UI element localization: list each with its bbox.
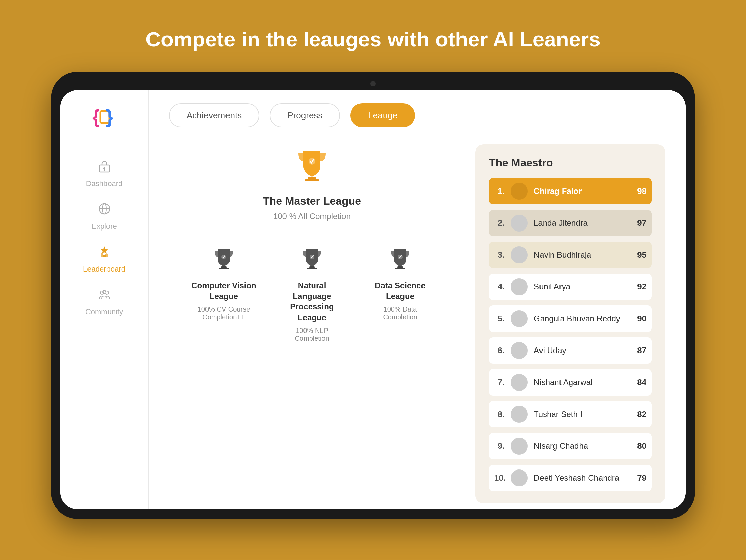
- player-name-5: Gangula Bhuvan Reddy: [534, 314, 631, 323]
- tab-progress[interactable]: Progress: [270, 103, 340, 127]
- leagues-panel: The Master League 100 % All Completion: [169, 144, 455, 503]
- nlp-league-sub: 100% NLP Completion: [278, 327, 346, 342]
- avatar-4: [511, 278, 528, 295]
- player-name-2: Landa Jitendra: [534, 218, 631, 228]
- small-league-cv: Computer Vision League 100% CV Course Co…: [190, 245, 258, 321]
- leaderboard-row-4: 4. Sunil Arya 92: [489, 274, 652, 300]
- leaderboard-title: The Maestro: [489, 157, 652, 169]
- nlp-league-title: Natural Language Processing League: [278, 280, 346, 323]
- ds-league-sub: 100% Data Completion: [366, 305, 434, 321]
- small-league-ds: Data Science League 100% Data Completion: [366, 245, 434, 321]
- svg-rect-17: [305, 179, 319, 181]
- avatar-6: [511, 342, 528, 359]
- leaderboard-row-7: 7. Nishant Agarwal 84: [489, 369, 652, 396]
- trophy-ds-icon: [387, 245, 414, 276]
- community-label: Community: [85, 307, 123, 316]
- featured-league-title: The Master League: [263, 195, 361, 207]
- player-score-7: 84: [637, 378, 646, 387]
- svg-rect-25: [397, 266, 403, 268]
- featured-league: The Master League 100 % All Completion: [263, 144, 361, 221]
- explore-icon: [97, 202, 112, 219]
- svg-rect-23: [307, 268, 317, 269]
- player-score-10: 79: [637, 473, 646, 483]
- rank-6: 6.: [494, 346, 505, 355]
- small-leagues: Computer Vision League 100% CV Course Co…: [190, 245, 434, 342]
- cv-league-sub: 100% CV Course CompletionTT: [190, 305, 258, 321]
- sidebar: { } Dashboard: [60, 90, 149, 509]
- avatar-1: [511, 183, 528, 200]
- player-name-4: Sunil Arya: [534, 282, 631, 292]
- player-name-9: Nisarg Chadha: [534, 441, 631, 451]
- avatar-7: [511, 374, 528, 391]
- player-score-4: 92: [637, 282, 646, 292]
- leaderboard-row-9: 9. Nisarg Chadha 80: [489, 433, 652, 459]
- player-name-3: Navin Budhiraja: [534, 250, 631, 260]
- svg-text:}: }: [106, 106, 113, 127]
- tablet-camera: [370, 81, 376, 86]
- rank-2: 2.: [494, 218, 505, 228]
- avatar-3: [511, 246, 528, 263]
- community-icon: [97, 287, 112, 305]
- avatar-8: [511, 406, 528, 423]
- trophy-gold-icon: [292, 144, 332, 191]
- main-content: Achievements Progress Leauge: [149, 90, 686, 509]
- svg-text:{: {: [92, 106, 100, 127]
- player-score-6: 87: [637, 346, 646, 355]
- logo-container: { }: [91, 103, 118, 132]
- leaderboard-panel: The Maestro 1. Chirag Falor 98 2. Landa …: [475, 144, 665, 503]
- tabs-bar: Achievements Progress Leauge: [169, 103, 665, 127]
- svg-rect-26: [395, 268, 405, 269]
- svg-rect-19: [221, 266, 227, 268]
- leaderboard-row-8: 8. Tushar Seth I 82: [489, 401, 652, 427]
- player-score-8: 82: [637, 409, 646, 419]
- page-title: Compete in the leauges with other AI Lea…: [145, 27, 600, 51]
- tablet-frame: { } Dashboard: [51, 72, 695, 519]
- player-score-3: 95: [637, 250, 646, 260]
- league-content: The Master League 100 % All Completion: [169, 144, 665, 503]
- dashboard-icon: [97, 159, 112, 177]
- leaderboard-row-1: 1. Chirag Falor 98: [489, 178, 652, 204]
- leaderboard-row-3: 3. Navin Budhiraja 95: [489, 242, 652, 268]
- explore-label: Explore: [92, 222, 117, 231]
- player-score-5: 90: [637, 314, 646, 323]
- player-name-7: Nishant Agarwal: [534, 378, 631, 387]
- sidebar-item-leaderboard[interactable]: Leaderboard: [60, 238, 148, 280]
- svg-rect-20: [219, 268, 229, 269]
- rank-9: 9.: [494, 441, 505, 451]
- player-score-9: 80: [637, 441, 646, 451]
- player-name-10: Deeti Yeshash Chandra: [534, 473, 631, 483]
- rank-3: 3.: [494, 250, 505, 260]
- sidebar-item-explore[interactable]: Explore: [60, 195, 148, 238]
- avatar-9: [511, 438, 528, 455]
- rank-1: 1.: [494, 186, 505, 196]
- avatar-2: [511, 215, 528, 232]
- svg-rect-22: [309, 266, 315, 268]
- rank-7: 7.: [494, 378, 505, 387]
- trophy-nlp-icon: [298, 245, 326, 276]
- leaderboard-icon: [97, 244, 112, 262]
- trophy-cv-icon: [210, 245, 237, 276]
- player-score-2: 97: [637, 218, 646, 228]
- tab-league[interactable]: Leauge: [350, 103, 415, 127]
- player-name-8: Tushar Seth I: [534, 409, 631, 419]
- tab-achievements[interactable]: Achievements: [169, 103, 259, 127]
- svg-rect-11: [101, 253, 103, 257]
- rank-4: 4.: [494, 282, 505, 292]
- player-score-1: 98: [637, 186, 646, 196]
- sidebar-item-dashboard[interactable]: Dashboard: [60, 152, 148, 195]
- app-logo: { }: [91, 103, 118, 131]
- small-league-nlp: Natural Language Processing League 100% …: [278, 245, 346, 342]
- sidebar-item-community[interactable]: Community: [60, 280, 148, 323]
- featured-league-subtitle: 100 % All Completion: [273, 212, 351, 221]
- rank-8: 8.: [494, 409, 505, 419]
- svg-point-9: [103, 249, 106, 253]
- leaderboard-row-2: 2. Landa Jitendra 97: [489, 210, 652, 236]
- dashboard-label: Dashboard: [86, 179, 123, 188]
- avatar-10: [511, 469, 528, 486]
- svg-point-4: [103, 167, 105, 169]
- ds-league-title: Data Science League: [366, 280, 434, 301]
- leaderboard-row-10: 10. Deeti Yeshash Chandra 79: [489, 465, 652, 491]
- leaderboard-row-6: 6. Avi Uday 87: [489, 337, 652, 364]
- svg-rect-12: [105, 254, 108, 257]
- cv-league-title: Computer Vision League: [190, 280, 258, 301]
